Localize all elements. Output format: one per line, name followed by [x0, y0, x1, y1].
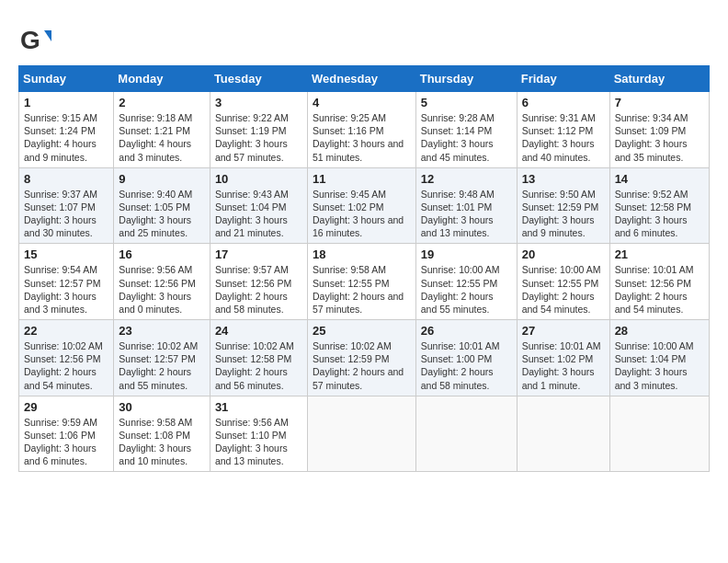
- day-number: 13: [522, 172, 605, 186]
- day-number: 10: [215, 172, 302, 186]
- cell-info: Sunrise: 9:48 AMSunset: 1:01 PMDaylight:…: [421, 188, 512, 240]
- calendar-cell: 13Sunrise: 9:50 AMSunset: 12:59 PMDaylig…: [517, 167, 609, 244]
- calendar-cell: 29Sunrise: 9:59 AMSunset: 1:06 PMDayligh…: [19, 396, 114, 472]
- calendar-cell: [609, 396, 709, 472]
- calendar-cell: 18Sunrise: 9:58 AMSunset: 12:55 PMDaylig…: [307, 244, 415, 320]
- svg-text:G: G: [20, 26, 40, 54]
- weekday-header: Friday: [517, 66, 609, 92]
- header-row: SundayMondayTuesdayWednesdayThursdayFrid…: [19, 66, 710, 92]
- weekday-header: Sunday: [19, 66, 114, 92]
- calendar-cell: 20Sunrise: 10:00 AMSunset: 12:55 PMDayli…: [517, 244, 609, 320]
- cell-info: Sunrise: 10:00 AMSunset: 12:55 PMDayligh…: [421, 263, 512, 316]
- calendar-cell: 12Sunrise: 9:48 AMSunset: 1:01 PMDayligh…: [415, 167, 517, 244]
- calendar-cell: 16Sunrise: 9:56 AMSunset: 12:56 PMDaylig…: [114, 244, 210, 320]
- day-number: 2: [119, 96, 205, 109]
- cell-info: Sunrise: 10:00 AMSunset: 1:04 PMDaylight…: [615, 339, 704, 392]
- svg-marker-1: [44, 30, 51, 41]
- day-number: 29: [24, 400, 108, 414]
- cell-info: Sunrise: 9:15 AMSunset: 1:24 PMDaylight:…: [24, 111, 108, 164]
- cell-info: Sunrise: 10:00 AMSunset: 12:55 PMDayligh…: [522, 263, 605, 316]
- weekday-header: Thursday: [415, 66, 517, 92]
- cell-info: Sunrise: 9:31 AMSunset: 1:12 PMDaylight:…: [522, 111, 605, 164]
- page-header: G: [18, 18, 710, 56]
- cell-info: Sunrise: 10:02 AMSunset: 12:58 PMDayligh…: [215, 339, 302, 392]
- calendar-row: 1Sunrise: 9:15 AMSunset: 1:24 PMDaylight…: [19, 92, 710, 168]
- calendar-cell: 23Sunrise: 10:02 AMSunset: 12:57 PMDayli…: [114, 320, 210, 396]
- cell-info: Sunrise: 10:01 AMSunset: 1:02 PMDaylight…: [522, 339, 605, 392]
- cell-info: Sunrise: 10:02 AMSunset: 12:56 PMDayligh…: [24, 339, 108, 392]
- cell-info: Sunrise: 9:54 AMSunset: 12:57 PMDaylight…: [24, 263, 108, 316]
- calendar-table: SundayMondayTuesdayWednesdayThursdayFrid…: [18, 65, 710, 472]
- cell-info: Sunrise: 9:18 AMSunset: 1:21 PMDaylight:…: [119, 111, 205, 164]
- calendar-cell: 17Sunrise: 9:57 AMSunset: 12:56 PMDaylig…: [210, 244, 307, 320]
- day-number: 27: [522, 324, 605, 338]
- day-number: 23: [119, 324, 205, 338]
- day-number: 31: [215, 400, 302, 414]
- cell-info: Sunrise: 9:59 AMSunset: 1:06 PMDaylight:…: [24, 416, 108, 468]
- cell-info: Sunrise: 9:40 AMSunset: 1:05 PMDaylight:…: [119, 188, 205, 240]
- calendar-cell: 31Sunrise: 9:56 AMSunset: 1:10 PMDayligh…: [210, 396, 307, 472]
- cell-info: Sunrise: 9:45 AMSunset: 1:02 PMDaylight:…: [313, 188, 411, 240]
- calendar-cell: [517, 396, 609, 472]
- day-number: 19: [421, 247, 512, 261]
- day-number: 28: [615, 324, 704, 338]
- day-number: 3: [215, 96, 302, 109]
- cell-info: Sunrise: 9:56 AMSunset: 12:56 PMDaylight…: [119, 263, 205, 316]
- calendar-cell: 24Sunrise: 10:02 AMSunset: 12:58 PMDayli…: [210, 320, 307, 396]
- cell-info: Sunrise: 9:58 AMSunset: 12:55 PMDaylight…: [313, 263, 411, 316]
- day-number: 6: [522, 96, 605, 109]
- day-number: 30: [119, 400, 205, 414]
- calendar-row: 29Sunrise: 9:59 AMSunset: 1:06 PMDayligh…: [19, 396, 710, 472]
- cell-info: Sunrise: 9:50 AMSunset: 12:59 PMDaylight…: [522, 188, 605, 240]
- calendar-cell: 8Sunrise: 9:37 AMSunset: 1:07 PMDaylight…: [19, 167, 114, 244]
- day-number: 12: [421, 172, 512, 186]
- cell-info: Sunrise: 10:01 AMSunset: 12:56 PMDayligh…: [615, 263, 704, 316]
- day-number: 20: [522, 247, 605, 261]
- cell-info: Sunrise: 9:58 AMSunset: 1:08 PMDaylight:…: [119, 416, 205, 468]
- calendar-row: 15Sunrise: 9:54 AMSunset: 12:57 PMDaylig…: [19, 244, 710, 320]
- calendar-cell: 26Sunrise: 10:01 AMSunset: 1:00 PMDaylig…: [415, 320, 517, 396]
- logo: G: [18, 23, 55, 56]
- weekday-header: Monday: [114, 66, 210, 92]
- calendar-cell: 28Sunrise: 10:00 AMSunset: 1:04 PMDaylig…: [609, 320, 709, 396]
- day-number: 26: [421, 324, 512, 338]
- calendar-cell: [415, 396, 517, 472]
- calendar-cell: [307, 396, 415, 472]
- day-number: 1: [24, 96, 108, 109]
- weekday-header: Wednesday: [307, 66, 415, 92]
- calendar-cell: 30Sunrise: 9:58 AMSunset: 1:08 PMDayligh…: [114, 396, 210, 472]
- day-number: 22: [24, 324, 108, 338]
- cell-info: Sunrise: 9:22 AMSunset: 1:19 PMDaylight:…: [215, 111, 302, 164]
- calendar-cell: 22Sunrise: 10:02 AMSunset: 12:56 PMDayli…: [19, 320, 114, 396]
- cell-info: Sunrise: 9:43 AMSunset: 1:04 PMDaylight:…: [215, 188, 302, 240]
- calendar-cell: 1Sunrise: 9:15 AMSunset: 1:24 PMDaylight…: [19, 92, 114, 168]
- day-number: 4: [313, 96, 411, 109]
- day-number: 18: [313, 247, 411, 261]
- day-number: 11: [313, 172, 411, 186]
- day-number: 8: [24, 172, 108, 186]
- calendar-cell: 27Sunrise: 10:01 AMSunset: 1:02 PMDaylig…: [517, 320, 609, 396]
- calendar-cell: 3Sunrise: 9:22 AMSunset: 1:19 PMDaylight…: [210, 92, 307, 168]
- calendar-cell: 14Sunrise: 9:52 AMSunset: 12:58 PMDaylig…: [609, 167, 709, 244]
- calendar-body: 1Sunrise: 9:15 AMSunset: 1:24 PMDaylight…: [19, 92, 710, 472]
- calendar-cell: 6Sunrise: 9:31 AMSunset: 1:12 PMDaylight…: [517, 92, 609, 168]
- calendar-header: SundayMondayTuesdayWednesdayThursdayFrid…: [19, 66, 710, 92]
- day-number: 24: [215, 324, 302, 338]
- cell-info: Sunrise: 9:52 AMSunset: 12:58 PMDaylight…: [615, 188, 704, 240]
- cell-info: Sunrise: 10:01 AMSunset: 1:00 PMDaylight…: [421, 339, 512, 392]
- day-number: 5: [421, 96, 512, 109]
- cell-info: Sunrise: 9:25 AMSunset: 1:16 PMDaylight:…: [313, 111, 411, 164]
- calendar-cell: 25Sunrise: 10:02 AMSunset: 12:59 PMDayli…: [307, 320, 415, 396]
- calendar-cell: 10Sunrise: 9:43 AMSunset: 1:04 PMDayligh…: [210, 167, 307, 244]
- day-number: 7: [615, 96, 704, 109]
- calendar-row: 8Sunrise: 9:37 AMSunset: 1:07 PMDaylight…: [19, 167, 710, 244]
- calendar-cell: 5Sunrise: 9:28 AMSunset: 1:14 PMDaylight…: [415, 92, 517, 168]
- cell-info: Sunrise: 9:34 AMSunset: 1:09 PMDaylight:…: [615, 111, 704, 164]
- day-number: 15: [24, 247, 108, 261]
- cell-info: Sunrise: 9:37 AMSunset: 1:07 PMDaylight:…: [24, 188, 108, 240]
- calendar-cell: 7Sunrise: 9:34 AMSunset: 1:09 PMDaylight…: [609, 92, 709, 168]
- day-number: 14: [615, 172, 704, 186]
- cell-info: Sunrise: 9:57 AMSunset: 12:56 PMDaylight…: [215, 263, 302, 316]
- day-number: 17: [215, 247, 302, 261]
- calendar-row: 22Sunrise: 10:02 AMSunset: 12:56 PMDayli…: [19, 320, 710, 396]
